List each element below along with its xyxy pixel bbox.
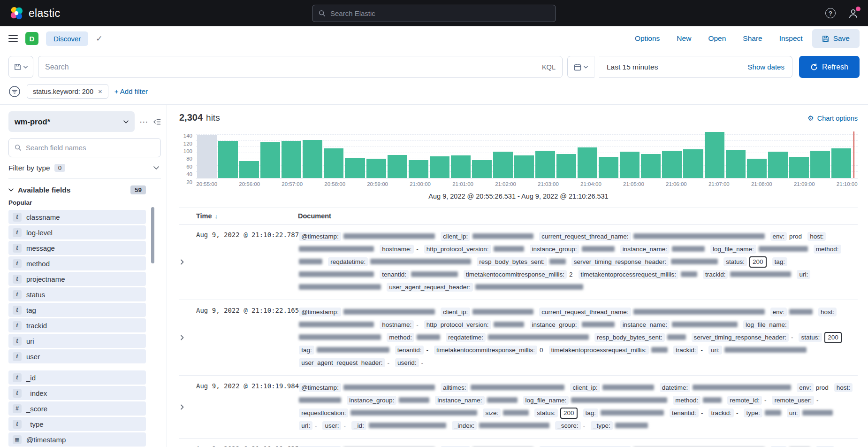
field-item-user[interactable]: tuser	[8, 349, 146, 363]
expand-row-button[interactable]	[179, 381, 196, 432]
histogram-bar[interactable]	[388, 155, 407, 178]
remove-filter-icon[interactable]: ×	[98, 87, 102, 95]
field-search-input[interactable]	[26, 144, 155, 152]
field-item-type[interactable]: t_type	[8, 417, 146, 431]
field-item-message[interactable]: tmessage	[8, 241, 146, 255]
field-item-projectname[interactable]: tprojectname	[8, 272, 146, 286]
histogram-bar[interactable]	[303, 140, 322, 178]
collapse-sidebar-icon[interactable]	[153, 118, 161, 125]
histogram-bar[interactable]	[662, 151, 682, 178]
filter-by-type[interactable]: Filter by type 0	[8, 157, 161, 179]
kql-search-box[interactable]: KQL	[38, 56, 563, 78]
histogram-bar[interactable]	[810, 151, 830, 178]
expand-row-button[interactable]	[179, 444, 196, 447]
elastic-brand[interactable]: elastic	[9, 6, 60, 20]
doc-field-value: 0	[540, 347, 543, 354]
expand-row-button[interactable]	[179, 230, 196, 293]
histogram-bar[interactable]	[430, 156, 449, 178]
query-input[interactable]	[45, 63, 537, 71]
histogram-bar[interactable]	[514, 155, 534, 178]
doc-field-value: -	[736, 409, 739, 416]
nav-link-share[interactable]: Share	[743, 34, 762, 43]
histogram-bar[interactable]	[556, 154, 576, 178]
histogram-bar[interactable]	[282, 141, 301, 178]
redacted-value	[693, 385, 791, 390]
field-item-trackid[interactable]: ttrackid	[8, 318, 146, 332]
menu-icon[interactable]	[8, 35, 18, 42]
time-range-picker[interactable]: Last 15 minutes Show dates	[599, 56, 792, 78]
histogram-bar[interactable]	[472, 160, 492, 178]
help-icon[interactable]: ?	[825, 8, 836, 18]
show-dates-link[interactable]: Show dates	[748, 63, 784, 71]
add-filter-link[interactable]: + Add filter	[114, 87, 148, 95]
histogram-bar[interactable]	[620, 152, 640, 178]
user-menu-icon[interactable]	[848, 8, 859, 19]
histogram-bar[interactable]	[599, 157, 618, 178]
histogram-plot[interactable]	[196, 131, 858, 178]
field-item-uri[interactable]: turi	[8, 334, 146, 348]
redacted-value	[724, 347, 807, 353]
filter-menu-icon[interactable]	[8, 85, 21, 98]
field-item-index[interactable]: t_index	[8, 386, 146, 400]
doc-field-name: timetakentoprocessrequest_millis:	[579, 270, 678, 279]
histogram-bar[interactable]	[789, 157, 809, 178]
filter-chip[interactable]: status.keyword: 200×	[27, 84, 108, 99]
more-options-icon[interactable]: ⋯	[139, 116, 148, 127]
breadcrumb-discover[interactable]: Discover	[46, 31, 88, 46]
chevron-right-icon	[179, 259, 185, 265]
histogram-bar[interactable]	[726, 150, 746, 178]
calendar-button[interactable]	[567, 56, 594, 78]
histogram-bar[interactable]	[239, 161, 259, 178]
kql-badge[interactable]: KQL	[542, 63, 556, 71]
nav-link-inspect[interactable]: Inspect	[779, 34, 803, 43]
histogram-bar[interactable]	[768, 152, 788, 178]
histogram-bar[interactable]	[197, 135, 217, 178]
field-item-score[interactable]: #_score	[8, 401, 146, 416]
histogram-bar[interactable]	[451, 155, 471, 178]
histogram-bar[interactable]	[493, 152, 513, 178]
caret-down-icon	[23, 66, 28, 69]
field-item-id[interactable]: t_id	[8, 370, 146, 385]
doc-field-name: host:	[807, 232, 826, 241]
histogram-bar[interactable]	[324, 148, 343, 178]
sort-descending-icon[interactable]: ↓	[215, 213, 218, 220]
refresh-button[interactable]: Refresh	[799, 56, 860, 78]
nav-link-options[interactable]: Options	[635, 34, 660, 43]
nav-link-new[interactable]: New	[677, 34, 691, 43]
global-search[interactable]	[312, 5, 556, 22]
time-column-header-cell[interactable]: Time ↓	[179, 212, 298, 220]
histogram-bar[interactable]	[747, 159, 767, 178]
histogram-bar[interactable]	[345, 158, 365, 178]
histogram-bar[interactable]	[260, 142, 280, 178]
histogram-bar[interactable]	[578, 147, 597, 178]
chart-options-button[interactable]: ⚙ Chart options	[807, 114, 858, 123]
histogram-bar[interactable]	[366, 159, 386, 178]
save-button[interactable]: Save	[812, 29, 860, 48]
field-item-tag[interactable]: ttag	[8, 303, 146, 317]
field-item-log-level[interactable]: tlog-level	[8, 225, 146, 239]
doc-field-name: uri:	[708, 346, 722, 355]
histogram-bar[interactable]	[705, 132, 724, 178]
sidebar-scrollbar-thumb[interactable]	[151, 207, 154, 263]
field-item-classname[interactable]: tclassname	[8, 210, 146, 224]
field-search[interactable]	[8, 138, 161, 157]
histogram-bar[interactable]	[641, 154, 661, 178]
histogram-bar[interactable]	[535, 151, 555, 178]
histogram-bar[interactable]	[831, 148, 851, 178]
global-search-input[interactable]	[330, 9, 549, 17]
field-item-timestamp[interactable]: ▦@timestamp	[8, 432, 146, 447]
index-pattern-selector[interactable]: wm-prod*	[8, 111, 135, 132]
histogram-bar[interactable]	[218, 141, 238, 178]
time-range-text[interactable]: Last 15 minutes	[607, 63, 658, 71]
redacted-value	[633, 233, 765, 239]
available-fields-header[interactable]: Available fields 59	[8, 185, 161, 194]
nav-link-open[interactable]: Open	[708, 34, 726, 43]
histogram-bar[interactable]	[409, 160, 428, 178]
space-avatar[interactable]: D	[25, 32, 38, 45]
field-item-method[interactable]: tmethod	[8, 256, 146, 270]
saved-query-button[interactable]	[8, 56, 33, 78]
histogram-bar[interactable]	[683, 149, 703, 178]
expand-row-button[interactable]	[179, 306, 196, 369]
doc-field-name: http_protocol_version:	[424, 245, 491, 254]
field-item-status[interactable]: tstatus	[8, 287, 146, 301]
